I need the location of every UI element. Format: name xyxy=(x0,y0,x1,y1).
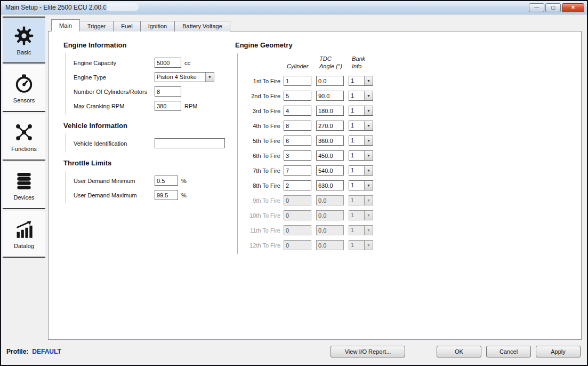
bank-info-select[interactable]: 1 ▼ xyxy=(349,106,373,116)
tdc-angle-input[interactable] xyxy=(316,136,344,146)
engine-information-title: Engine Information xyxy=(63,41,220,49)
bank-info-select[interactable]: 1 ▼ xyxy=(349,210,373,220)
geometry-row: 10th To Fire 1 ▼ xyxy=(245,208,376,223)
chevron-down-icon: ▼ xyxy=(364,76,373,85)
sidebar-item-label: Devices xyxy=(13,194,34,201)
engine-geometry-group: Cylinder TDC Angle (°) Bank Info 1st To … xyxy=(237,53,376,254)
cylinder-input[interactable] xyxy=(284,165,311,176)
bank-info-select[interactable]: 1 ▼ xyxy=(349,195,373,205)
footer-bar: Profile: DEFAULT View I/O Report... OK C… xyxy=(1,340,587,365)
cylinder-input[interactable] xyxy=(284,180,311,190)
geometry-row: 3rd To Fire 1 ▼ xyxy=(245,104,376,118)
cylinder-input[interactable] xyxy=(284,121,311,131)
fire-order-label: 12th To Fire xyxy=(245,242,284,249)
geometry-row: 6th To Fire 1 ▼ xyxy=(245,148,376,163)
user-demand-maximum-input[interactable] xyxy=(155,190,178,200)
cylinder-input[interactable] xyxy=(284,136,311,146)
tab-trigger[interactable]: Trigger xyxy=(79,21,114,31)
chevron-down-icon: ▼ xyxy=(364,106,373,115)
fire-order-label: 11th To Fire xyxy=(245,227,284,234)
window-controls: — ▢ ✕ xyxy=(529,3,587,12)
chevron-down-icon: ▼ xyxy=(364,121,373,130)
fire-order-label: 7th To Fire xyxy=(245,168,284,174)
engine-capacity-input[interactable] xyxy=(155,58,181,68)
tdc-angle-input[interactable] xyxy=(316,165,344,176)
user-demand-minimum-unit: % xyxy=(181,178,187,184)
tdc-angle-input[interactable] xyxy=(316,106,344,116)
vehicle-identification-input[interactable] xyxy=(155,138,225,148)
tdc-angle-input[interactable] xyxy=(316,195,344,205)
user-demand-maximum-unit: % xyxy=(181,192,187,198)
tdc-angle-input[interactable] xyxy=(316,121,344,131)
cylinder-input[interactable] xyxy=(284,240,311,250)
sidebar-item-sensors[interactable]: Sensors xyxy=(3,65,45,112)
tab-ignition[interactable]: Ignition xyxy=(140,21,175,31)
engine-type-select[interactable]: Piston 4 Stroke ▼ xyxy=(155,72,214,82)
bar-chart-icon xyxy=(13,218,35,241)
user-demand-minimum-input[interactable] xyxy=(155,176,178,186)
tab-fuel[interactable]: Fuel xyxy=(113,21,140,31)
tdc-angle-input[interactable] xyxy=(316,150,344,161)
gauge-icon xyxy=(13,73,35,95)
bank-info-select[interactable]: 1 ▼ xyxy=(349,240,373,250)
close-button[interactable]: ✕ xyxy=(562,3,584,12)
tdc-angle-input[interactable] xyxy=(316,180,344,190)
chevron-down-icon: ▼ xyxy=(364,211,373,220)
bank-info-value: 1 xyxy=(349,106,364,115)
bank-info-select[interactable]: 1 ▼ xyxy=(349,150,373,161)
fire-order-label: 9th To Fire xyxy=(245,197,284,204)
tab-main[interactable]: Main xyxy=(51,19,80,31)
bank-info-select[interactable]: 1 ▼ xyxy=(349,180,373,190)
tdc-angle-input[interactable] xyxy=(316,225,344,235)
cancel-button[interactable]: Cancel xyxy=(486,346,531,357)
fire-order-label: 5th To Fire xyxy=(245,138,284,144)
engine-capacity-label: Engine Capacity xyxy=(74,60,155,66)
engine-geometry-rows: 1st To Fire 1 ▼ 2 xyxy=(245,74,376,253)
sidebar-item-label: Functions xyxy=(11,146,37,152)
geometry-row: 11th To Fire 1 ▼ xyxy=(245,223,376,238)
cylinder-input[interactable] xyxy=(284,195,311,205)
bank-info-select[interactable]: 1 ▼ xyxy=(349,136,373,146)
left-column: Engine Information Engine Capacity cc En… xyxy=(63,41,220,339)
sidebar-item-datalog[interactable]: Datalog xyxy=(3,211,45,258)
sidebar-item-basic[interactable]: Basic xyxy=(3,17,45,63)
tdc-angle-input[interactable] xyxy=(316,91,344,101)
bank-info-value: 1 xyxy=(349,211,364,220)
fire-order-label: 8th To Fire xyxy=(245,182,284,189)
bank-info-select[interactable]: 1 ▼ xyxy=(349,76,373,86)
cylinder-input[interactable] xyxy=(284,210,311,220)
geometry-row: 7th To Fire 1 ▼ xyxy=(245,163,376,178)
cylinder-input[interactable] xyxy=(284,76,311,86)
sidebar-item-label: Sensors xyxy=(13,97,35,104)
tab-battery-voltage[interactable]: Battery Voltage xyxy=(174,21,230,31)
tdc-angle-input[interactable] xyxy=(316,240,344,250)
profile-label: Profile: xyxy=(6,348,28,355)
bank-info-value: 1 xyxy=(349,76,364,85)
bank-info-select[interactable]: 1 ▼ xyxy=(349,225,373,235)
bank-info-select[interactable]: 1 ▼ xyxy=(349,121,373,131)
minimize-button[interactable]: — xyxy=(529,3,544,12)
cylinders-input[interactable] xyxy=(155,86,181,97)
cylinder-input[interactable] xyxy=(284,91,311,101)
titlebar[interactable]: Main Setup - Elite 2500 ECU 2.00.0 — ▢ ✕ xyxy=(1,1,587,14)
bank-info-column-header: Bank Info xyxy=(352,55,376,70)
ok-button[interactable]: OK xyxy=(437,346,481,357)
sidebar-item-functions[interactable]: Functions xyxy=(3,114,45,161)
tdc-angle-input[interactable] xyxy=(316,76,344,86)
apply-button[interactable]: Apply xyxy=(536,346,581,357)
engine-geometry-title: Engine Geometry xyxy=(235,41,376,49)
bank-info-select[interactable]: 1 ▼ xyxy=(349,165,373,176)
cylinder-input[interactable] xyxy=(284,225,311,235)
geometry-row: 8th To Fire 1 ▼ xyxy=(245,178,376,193)
cylinder-column-header: Cylinder xyxy=(287,63,315,70)
maximize-button[interactable]: ▢ xyxy=(545,3,561,12)
view-io-report-button[interactable]: View I/O Report... xyxy=(331,346,405,357)
tdc-angle-input[interactable] xyxy=(316,210,344,220)
bank-info-select[interactable]: 1 ▼ xyxy=(349,91,373,101)
sidebar-item-devices[interactable]: Devices xyxy=(3,162,45,209)
max-cranking-rpm-input[interactable] xyxy=(155,101,181,111)
network-icon xyxy=(13,121,35,144)
cylinder-input[interactable] xyxy=(284,150,311,161)
cylinder-input[interactable] xyxy=(284,106,311,116)
profile-value-link[interactable]: DEFAULT xyxy=(32,348,61,355)
